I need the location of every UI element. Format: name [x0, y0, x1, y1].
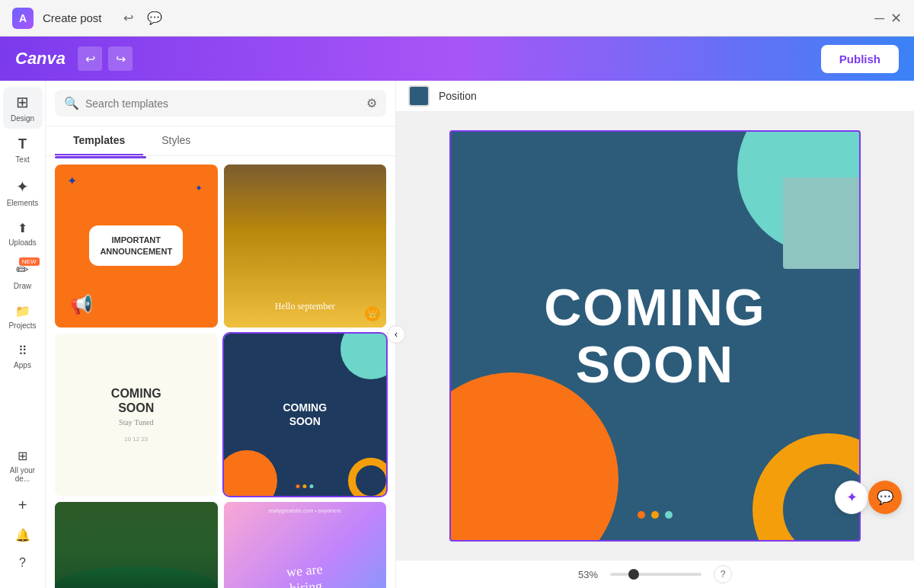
sidebar-item-all[interactable]: ⊞ All your de...	[3, 443, 43, 489]
template-card-hiring[interactable]: reallygreatsite.com • anywhere we arehir…	[224, 502, 387, 588]
september-text: Hello september	[224, 301, 387, 312]
star-icon-2: ✦	[195, 183, 203, 193]
comment-button[interactable]: 💬	[144, 8, 165, 28]
design-icon: ⊞	[16, 93, 29, 111]
canvas-viewport: COMINGSOON ✦ 💬	[396, 112, 914, 560]
canvas-dot-teal	[665, 511, 673, 519]
template-card-coming-soon-blue[interactable]: COMINGSOON	[224, 334, 387, 497]
template-card-hello-monday[interactable]: HELLO MONDAY Keep on chasing your dreams	[55, 502, 218, 588]
template-card-september[interactable]: Hello september 👑	[224, 165, 387, 328]
canva-logo: Canva	[15, 49, 66, 69]
canvas-toolbar: Position	[396, 81, 914, 112]
all-icon: ⊞	[18, 449, 27, 463]
hiring-site: reallygreatsite.com • anywhere	[224, 508, 387, 513]
bell-icon: 🔔	[15, 528, 30, 542]
sidebar-item-design[interactable]: ⊞ Design	[3, 87, 43, 129]
template-grid-wrapper: ✦ ✦ IMPORTANTANNOUNCEMENT 📢 Hello septem…	[46, 158, 395, 588]
search-icon: 🔍	[64, 96, 79, 110]
undo-button[interactable]: ↩	[120, 8, 136, 28]
zoom-level: 53%	[578, 569, 598, 580]
dot-orange	[296, 484, 300, 488]
sidebar: ⊞ Design T Text ✦ Elements ⬆ Uploads NEW…	[0, 81, 46, 588]
sidebar-item-notifications[interactable]: 🔔	[3, 522, 43, 548]
template-panel: 🔍 ⚙ Templates Styles ✦ ✦	[46, 81, 396, 588]
template-tabs: Templates Styles	[46, 126, 395, 156]
canvas-area: Position COMINGSOON ✦ 💬 53%	[396, 81, 914, 588]
main-layout: ⊞ Design T Text ✦ Elements ⬆ Uploads NEW…	[0, 81, 914, 588]
sidebar-item-draw[interactable]: NEW ✏ Draw	[3, 254, 43, 296]
sidebar-item-text[interactable]: T Text	[3, 130, 43, 170]
minimize-button[interactable]: ─	[874, 11, 884, 25]
sidebar-label-uploads: Uploads	[8, 238, 37, 247]
sidebar-item-apps[interactable]: ⠿ Apps	[3, 337, 43, 375]
projects-icon: 📁	[15, 304, 30, 318]
sidebar-label-design: Design	[11, 114, 34, 123]
template-card-announcement[interactable]: ✦ ✦ IMPORTANTANNOUNCEMENT 📢	[55, 165, 218, 328]
help-button[interactable]: ?	[714, 565, 732, 583]
close-button[interactable]: ✕	[890, 11, 902, 25]
canvas-teal-rect	[783, 177, 859, 269]
zoom-slider[interactable]	[610, 573, 701, 576]
orange-circle	[224, 450, 277, 496]
canvas-design[interactable]: COMINGSOON	[449, 130, 861, 542]
title-bar-actions: ↩ 💬	[120, 8, 165, 28]
elements-icon: ✦	[16, 177, 29, 196]
search-bar: 🔍 ⚙	[46, 81, 395, 126]
megaphone-icon: 📢	[70, 294, 93, 315]
search-input-wrapper: 🔍 ⚙	[55, 90, 386, 117]
canvas-dot-orange	[638, 511, 645, 519]
add-icon: +	[18, 497, 27, 514]
canvas-main-text: COMINGSOON	[544, 280, 766, 394]
teal-circle	[340, 334, 386, 379]
coming-soon-dots	[296, 484, 314, 488]
sidebar-bottom: ⊞ All your de... + 🔔 ?	[3, 436, 43, 582]
sidebar-item-elements[interactable]: ✦ Elements	[3, 171, 43, 213]
coming-soon-beige-sub: Stay Tuned	[119, 418, 153, 427]
apps-icon: ⠿	[18, 344, 27, 358]
sidebar-item-projects[interactable]: 📁 Projects	[3, 298, 43, 336]
redo-canva-button[interactable]: ↪	[108, 46, 133, 71]
publish-button[interactable]: Publish	[821, 45, 899, 73]
canva-header: Canva ↩ ↪ Publish	[0, 37, 914, 81]
announcement-bubble: IMPORTANTANNOUNCEMENT	[89, 225, 183, 266]
app-icon: A	[12, 8, 34, 29]
dot-teal	[310, 484, 314, 488]
title-bar-controls: ─ ✕	[874, 11, 902, 25]
undo-canva-button[interactable]: ↩	[78, 46, 102, 71]
sidebar-label-text: Text	[15, 155, 29, 164]
dot-gold	[303, 484, 307, 488]
text-icon: T	[18, 136, 27, 152]
canvas-bottom: 53% ?	[396, 560, 914, 588]
template-card-coming-soon-beige[interactable]: COMINGSOON Stay Tuned 10 12 23	[55, 334, 218, 497]
title-bar-title: Create post	[43, 11, 102, 24]
sidebar-item-add[interactable]: +	[3, 491, 43, 520]
tab-styles[interactable]: Styles	[143, 126, 209, 155]
star-icon-1: ✦	[67, 174, 77, 188]
coming-soon-beige-title: COMINGSOON	[111, 386, 161, 415]
uploads-icon: ⬆	[18, 221, 27, 235]
template-grid: ✦ ✦ IMPORTANTANNOUNCEMENT 📢 Hello septem…	[55, 165, 386, 588]
filter-button[interactable]: ⚙	[366, 96, 377, 110]
hiring-text: we arehiring	[286, 561, 324, 588]
search-input[interactable]	[85, 97, 360, 110]
canvas-dot-gold	[651, 511, 659, 519]
chat-button[interactable]: 💬	[868, 481, 902, 514]
sidebar-item-help[interactable]: ?	[3, 550, 43, 576]
sidebar-label-draw: Draw	[14, 282, 31, 290]
color-swatch[interactable]	[408, 85, 430, 107]
gold-arc	[348, 458, 386, 496]
canva-header-actions: ↩ ↪	[78, 46, 133, 71]
coming-soon-beige-date: 10 12 23	[124, 436, 148, 443]
help-icon: ?	[19, 556, 26, 570]
canvas-orange-circle	[449, 372, 618, 542]
collapse-panel-button[interactable]: ‹	[387, 325, 405, 344]
magic-button[interactable]: ✦	[835, 481, 868, 514]
sidebar-item-uploads[interactable]: ⬆ Uploads	[3, 215, 43, 253]
sidebar-label-projects: Projects	[8, 321, 36, 330]
tab-templates[interactable]: Templates	[55, 126, 143, 155]
canvas-dots	[638, 511, 673, 519]
template-panel-wrapper: 🔍 ⚙ Templates Styles ✦ ✦	[46, 81, 396, 588]
monday-overlay	[55, 502, 218, 588]
new-badge: NEW	[19, 257, 40, 266]
sidebar-label-elements: Elements	[7, 199, 39, 207]
